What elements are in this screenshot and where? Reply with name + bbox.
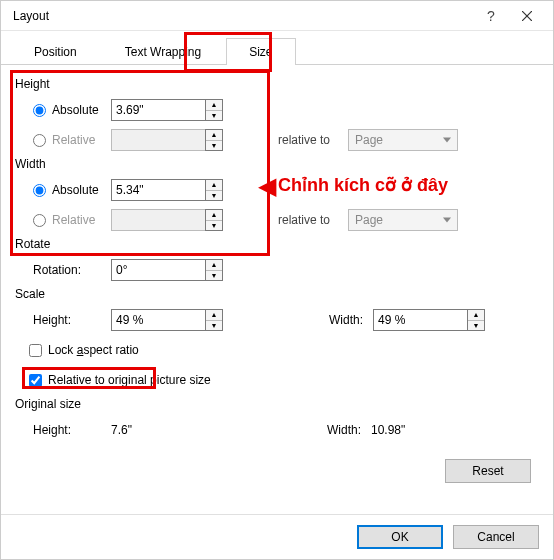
scale-width-spin[interactable]: ▲▼ xyxy=(373,309,485,331)
tab-text-wrapping[interactable]: Text Wrapping xyxy=(102,38,224,65)
lock-aspect-label: Lock aspect ratio xyxy=(48,343,139,357)
width-relativeto-value: Page xyxy=(355,213,383,227)
relative-original-input[interactable] xyxy=(29,374,42,387)
spin-down-icon: ▼ xyxy=(206,221,222,231)
tabbar: Position Text Wrapping Size xyxy=(1,31,553,65)
tab-size[interactable]: Size xyxy=(226,38,295,65)
height-relative-input xyxy=(111,129,205,151)
height-relativeto-label: relative to xyxy=(278,133,348,147)
close-button[interactable] xyxy=(509,1,545,31)
relative-original-checkbox[interactable]: Relative to original picture size xyxy=(29,373,211,387)
buttonbar: OK Cancel xyxy=(1,514,553,559)
rotation-input[interactable] xyxy=(111,259,205,281)
scale-group-label: Scale xyxy=(15,287,539,301)
height-absolute-radio-input[interactable] xyxy=(33,104,46,117)
orig-height-value: 7.6" xyxy=(111,423,181,437)
spin-up-icon[interactable]: ▲ xyxy=(206,180,222,191)
scale-height-input[interactable] xyxy=(111,309,205,331)
height-relative-label: Relative xyxy=(52,133,95,147)
width-relativeto-label: relative to xyxy=(278,213,348,227)
spin-down-icon: ▼ xyxy=(206,141,222,151)
height-relativeto-value: Page xyxy=(355,133,383,147)
spin-down-icon[interactable]: ▼ xyxy=(468,321,484,331)
lock-aspect-checkbox[interactable]: Lock aspect ratio xyxy=(29,343,139,357)
width-relative-input xyxy=(111,209,205,231)
spin-up-icon[interactable]: ▲ xyxy=(206,100,222,111)
reset-button[interactable]: Reset xyxy=(445,459,531,483)
tab-position[interactable]: Position xyxy=(11,38,100,65)
original-group-label: Original size xyxy=(15,397,539,411)
spin-up-icon[interactable]: ▲ xyxy=(206,310,222,321)
height-relativeto-combo: Page xyxy=(348,129,458,151)
width-absolute-label: Absolute xyxy=(52,183,99,197)
spin-down-icon[interactable]: ▼ xyxy=(206,321,222,331)
spin-down-icon[interactable]: ▼ xyxy=(206,111,222,121)
width-absolute-spin[interactable]: ▲▼ xyxy=(111,179,223,201)
rotate-group-label: Rotate xyxy=(15,237,539,251)
spin-down-icon[interactable]: ▼ xyxy=(206,191,222,201)
size-panel: Height Absolute ▲▼ Relative ▲▼ relative … xyxy=(1,65,553,514)
lock-aspect-input[interactable] xyxy=(29,344,42,357)
scale-width-label: Width: xyxy=(283,313,373,327)
layout-dialog: Layout ? Position Text Wrapping Size Hei… xyxy=(0,0,554,560)
width-relative-spin: ▲▼ xyxy=(111,209,223,231)
height-absolute-label: Absolute xyxy=(52,103,99,117)
rotation-label: Rotation: xyxy=(33,263,111,277)
spin-up-icon: ▲ xyxy=(206,210,222,221)
ok-button[interactable]: OK xyxy=(357,525,443,549)
orig-height-label: Height: xyxy=(33,423,111,437)
width-absolute-radio-input[interactable] xyxy=(33,184,46,197)
close-icon xyxy=(522,11,532,21)
dialog-title: Layout xyxy=(13,9,473,23)
scale-height-spin[interactable]: ▲▼ xyxy=(111,309,223,331)
width-absolute-radio[interactable]: Absolute xyxy=(33,183,111,197)
height-group-label: Height xyxy=(15,77,539,91)
width-relative-radio[interactable]: Relative xyxy=(33,213,111,227)
relative-original-label: Relative to original picture size xyxy=(48,373,211,387)
orig-width-value: 10.98" xyxy=(371,423,441,437)
scale-height-label: Height: xyxy=(33,313,111,327)
help-button[interactable]: ? xyxy=(473,1,509,31)
rotation-spin[interactable]: ▲▼ xyxy=(111,259,223,281)
height-relative-spin: ▲▼ xyxy=(111,129,223,151)
width-group-label: Width xyxy=(15,157,539,171)
height-relative-radio-input[interactable] xyxy=(33,134,46,147)
spin-down-icon[interactable]: ▼ xyxy=(206,271,222,281)
orig-width-label: Width: xyxy=(281,423,371,437)
height-relative-radio[interactable]: Relative xyxy=(33,133,111,147)
cancel-button[interactable]: Cancel xyxy=(453,525,539,549)
width-relative-radio-input[interactable] xyxy=(33,214,46,227)
height-absolute-radio[interactable]: Absolute xyxy=(33,103,111,117)
height-absolute-input[interactable] xyxy=(111,99,205,121)
spin-up-icon[interactable]: ▲ xyxy=(206,260,222,271)
width-relativeto-combo: Page xyxy=(348,209,458,231)
spin-up-icon[interactable]: ▲ xyxy=(468,310,484,321)
height-absolute-spin[interactable]: ▲▼ xyxy=(111,99,223,121)
width-absolute-input[interactable] xyxy=(111,179,205,201)
scale-width-input[interactable] xyxy=(373,309,467,331)
width-relative-label: Relative xyxy=(52,213,95,227)
spin-up-icon: ▲ xyxy=(206,130,222,141)
titlebar: Layout ? xyxy=(1,1,553,31)
